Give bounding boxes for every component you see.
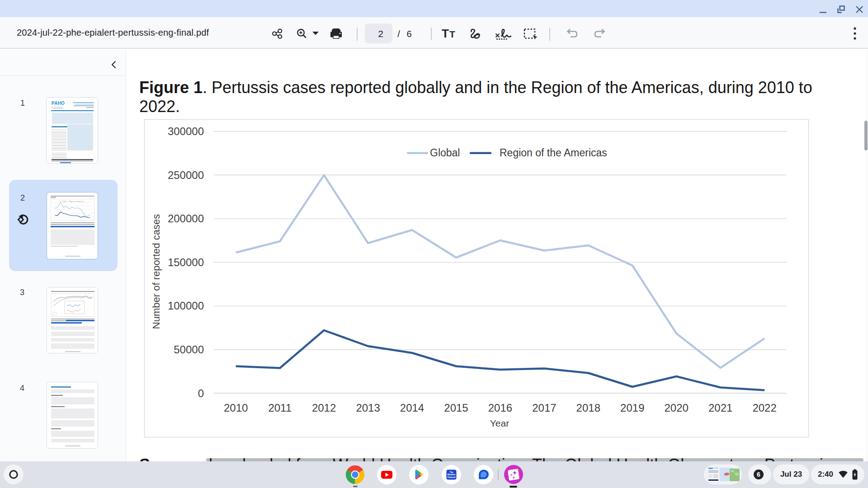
svg-text:250000: 250000 (168, 169, 204, 181)
svg-text:The: The (449, 471, 453, 474)
svg-text:/: / (397, 29, 400, 39)
svg-text:2022: 2022 (752, 402, 776, 414)
svg-text:Year: Year (490, 418, 509, 428)
svg-text:— Global — Region of the Ameri: — Global — Region of the Americas (61, 201, 84, 202)
svg-text:0: 0 (198, 387, 204, 399)
svg-text:300000: 300000 (168, 125, 204, 137)
svg-text:T: T (449, 29, 455, 39)
svg-text:2016: 2016 (488, 402, 512, 414)
svg-text:150000: 150000 (168, 256, 204, 268)
svg-text:2018: 2018 (576, 402, 600, 414)
svg-text:2014: 2014 (400, 402, 424, 414)
svg-text:2019: 2019 (620, 402, 644, 414)
svg-text:50000: 50000 (174, 343, 204, 356)
svg-text:T: T (442, 27, 449, 40)
svg-text:2015: 2015 (444, 402, 468, 414)
svg-text:2011: 2011 (268, 402, 292, 414)
svg-text:100000: 100000 (168, 300, 204, 312)
svg-text:2010: 2010 (224, 402, 248, 414)
svg-text:2: 2 (378, 28, 383, 39)
svg-text:Weather: Weather (447, 474, 455, 476)
svg-text:Region of the Americas: Region of the Americas (500, 147, 607, 159)
svg-text:200000: 200000 (168, 212, 204, 225)
svg-text:2012: 2012 (312, 402, 336, 414)
svg-text:Channel: Channel (447, 476, 455, 479)
svg-text:6: 6 (406, 29, 411, 39)
svg-text:Global: Global (430, 147, 460, 159)
svg-text:2013: 2013 (356, 402, 380, 414)
svg-text:2020: 2020 (665, 402, 689, 414)
svg-text:Number of reported cases: Number of reported cases (151, 214, 162, 329)
svg-text:2017: 2017 (532, 402, 556, 414)
svg-text:2021: 2021 (708, 402, 732, 414)
